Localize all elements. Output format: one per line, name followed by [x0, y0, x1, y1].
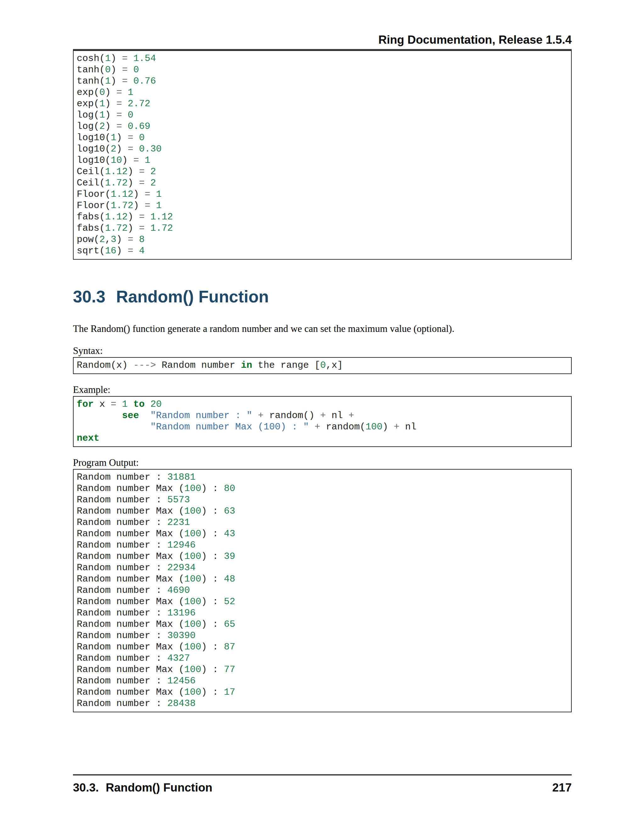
- code-token: [139, 410, 150, 421]
- code-line: log10(1) = 0: [77, 132, 567, 143]
- code-token: 2.72: [128, 98, 150, 109]
- code-token: ): [382, 421, 394, 432]
- code-token: [77, 410, 122, 421]
- code-token: [133, 246, 139, 256]
- code-token: random(): [264, 410, 320, 421]
- code-token: Ceil(: [77, 178, 105, 188]
- code-token: 30390: [167, 630, 196, 641]
- code-line: Random number Max (100) : 39: [77, 551, 567, 562]
- code-line: Random number Max (100) : 17: [77, 687, 567, 698]
- code-token: [309, 421, 314, 432]
- code-token: 1: [99, 98, 105, 109]
- code-token: [145, 166, 150, 177]
- code-token: ,: [105, 234, 111, 245]
- code-line: log(2) = 0.69: [77, 121, 567, 132]
- code-token: [122, 87, 128, 98]
- code-token: Random number :: [77, 585, 167, 596]
- code-line: Random number Max (100) : 52: [77, 596, 567, 607]
- code-token: =: [116, 121, 122, 132]
- code-line: Floor(1.72) = 1: [77, 200, 567, 211]
- code-token: 1.12: [150, 212, 173, 222]
- code-line: fabs(1.12) = 1.12: [77, 211, 567, 222]
- code-token: 1.12: [105, 166, 128, 177]
- code-token: Ceil(: [77, 166, 105, 177]
- code-token: Random number Max (: [77, 596, 184, 607]
- code-line: Random number Max (100) : 65: [77, 619, 567, 630]
- section-title: Random() Function: [116, 287, 269, 306]
- code-token: [128, 399, 133, 410]
- code-token: exp(: [77, 87, 99, 98]
- code-token: 8: [139, 234, 145, 245]
- code-token: 1.72: [105, 178, 128, 188]
- code-token: 43: [224, 528, 235, 539]
- code-line: Random number Max (100) : 80: [77, 483, 567, 494]
- code-token: 100: [184, 596, 201, 607]
- code-token: tanh(: [77, 76, 105, 87]
- code-token: 100: [184, 574, 201, 584]
- code-token: 100: [184, 551, 201, 562]
- code-line: Random(x) ---> Random number in the rang…: [77, 360, 567, 371]
- code-token: 100: [184, 619, 201, 630]
- code-token: ): [133, 189, 145, 199]
- code-token: =: [122, 76, 128, 87]
- code-token: 100: [184, 687, 201, 698]
- code-token: =: [122, 53, 128, 64]
- code-token: =: [133, 155, 139, 166]
- code-token: 1.12: [111, 189, 133, 199]
- code-token: [133, 132, 139, 143]
- code-token: 1.72: [111, 200, 133, 211]
- code-token: ): [105, 98, 116, 109]
- code-token: =: [128, 144, 133, 154]
- code-token: Random(x): [77, 360, 133, 371]
- code-token: [122, 98, 128, 109]
- code-token: =: [116, 87, 122, 98]
- code-token: =: [139, 212, 145, 222]
- code-token: ) :: [201, 506, 224, 516]
- code-line: Random number Max (100) : 48: [77, 573, 567, 585]
- code-token: 65: [224, 619, 235, 630]
- code-token: [252, 410, 258, 421]
- code-token: =: [111, 399, 116, 410]
- code-line: see "Random number : " + random() + nl +: [77, 410, 567, 421]
- code-line: cosh(1) = 1.54: [77, 53, 567, 64]
- code-token: [133, 234, 139, 245]
- code-token: [128, 76, 133, 87]
- code-token: ): [128, 166, 139, 177]
- code-token: 4: [139, 246, 145, 256]
- code-token: 0: [139, 132, 145, 143]
- code-token: ): [116, 234, 128, 245]
- code-token: 22934: [167, 562, 196, 573]
- code-token: ): [105, 121, 116, 132]
- code-token: 87: [224, 642, 235, 652]
- code-token: 100: [184, 642, 201, 652]
- code-token: 2: [99, 234, 105, 245]
- code-token: ) :: [201, 642, 224, 652]
- section-heading: 30.3Random() Function: [73, 287, 572, 306]
- code-token: Random number Max (: [77, 574, 184, 584]
- code-token: 63: [224, 506, 235, 516]
- code-token: log10(: [77, 132, 111, 143]
- code-token: 100: [365, 421, 382, 432]
- code-line: Random number : 4327: [77, 653, 567, 664]
- program-output-label: Program Output:: [73, 457, 572, 469]
- code-line: Random number Max (100) : 63: [77, 505, 567, 517]
- code-token: "Random number : ": [150, 410, 252, 421]
- code-token: 1.12: [105, 212, 128, 222]
- code-token: tanh(: [77, 64, 105, 75]
- code-token: [122, 121, 128, 132]
- code-token: 100: [184, 483, 201, 494]
- code-line: Random number : 13196: [77, 607, 567, 619]
- code-token: =: [116, 98, 122, 109]
- document-page: Ring Documentation, Release 1.5.4 cosh(1…: [0, 0, 644, 833]
- code-token: +: [394, 421, 399, 432]
- code-token: 16: [105, 246, 116, 256]
- code-token: ): [128, 223, 139, 233]
- code-line: tanh(0) = 0: [77, 64, 567, 76]
- code-line: Random number : 12456: [77, 675, 567, 687]
- code-token: 13196: [167, 608, 196, 618]
- code-line: sqrt(16) = 4: [77, 245, 567, 257]
- code-token: log(: [77, 121, 99, 132]
- code-line: Random number : 30390: [77, 630, 567, 641]
- code-token: 100: [184, 506, 201, 516]
- code-token: 0.76: [133, 76, 156, 87]
